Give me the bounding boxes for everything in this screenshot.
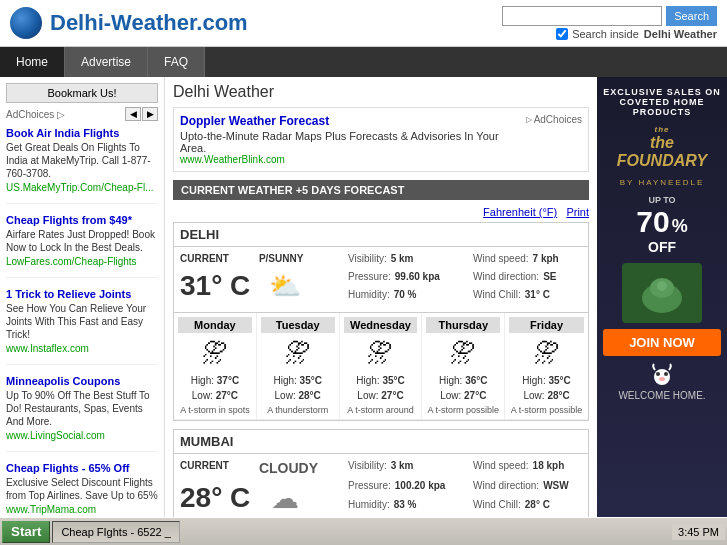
search-inside-row: Search inside Delhi Weather bbox=[556, 28, 717, 40]
delhi-forecast-temps-4: High: 35°CLow: 28°C bbox=[509, 373, 584, 403]
search-input[interactable] bbox=[502, 6, 662, 26]
delhi-section: DELHI CURRENT P/SUNNY 31° C bbox=[173, 222, 589, 421]
thunder-icon bbox=[534, 338, 560, 369]
sidebar-ad-2-text: See How You Can Relieve Your Joints With… bbox=[6, 302, 158, 341]
delhi-wind-chill: Wind Chill: 31° C bbox=[473, 289, 582, 306]
mumbai-condition-label: CLOUDY bbox=[259, 460, 318, 476]
nav-item-advertise[interactable]: Advertise bbox=[65, 47, 148, 77]
mumbai-pressure: Pressure: 100.20 kpa bbox=[348, 480, 457, 499]
ad-off-text: OFF bbox=[603, 239, 721, 255]
sidebar-ad-4-link[interactable]: www.TripMama.com bbox=[6, 504, 158, 515]
delhi-current-weather: CURRENT P/SUNNY 31° C Visibility: 5 km bbox=[174, 247, 588, 313]
taskbar: Start Cheap FIghts - 6522 _ 3:45 PM bbox=[0, 517, 727, 545]
mumbai-current-left: CURRENT CLOUDY 28° C bbox=[180, 460, 340, 518]
sidebar-ad-3-link[interactable]: www.LivingSocial.com bbox=[6, 430, 158, 441]
right-ad[interactable]: EXCLUSIVE SALES ON COVETED HOME PRODUCTS… bbox=[597, 77, 727, 545]
ad-choices-right: ▷ AdChoices bbox=[526, 114, 582, 125]
delhi-day-name-1: Tuesday bbox=[261, 317, 335, 333]
sidebar-ad-1: Cheap Flights from $49* Airfare Rates Ju… bbox=[6, 214, 158, 278]
nav-item-home[interactable]: Home bbox=[0, 47, 65, 77]
sidebar-ad-2-title[interactable]: 1 Trick to Relieve Joints bbox=[6, 288, 158, 300]
sidebar-ad-0-title[interactable]: Book Air India Flights bbox=[6, 127, 158, 139]
delhi-day-name-2: Wednesday bbox=[344, 317, 418, 333]
mumbai-current-details: Visibility: 3 km Wind speed: 18 kph Pres… bbox=[348, 460, 582, 518]
delhi-forecast-temps-1: High: 35°CLow: 28°C bbox=[261, 373, 335, 403]
sidebar-ad-0-text: Get Great Deals On Flights To India at M… bbox=[6, 141, 158, 180]
ad-discount-row: 70 % bbox=[603, 205, 721, 239]
delhi-forecast-icon-4 bbox=[509, 336, 584, 371]
mumbai-temp-row: 28° C bbox=[180, 478, 340, 518]
main-layout: Bookmark Us! AdChoices ▷ ◀ ▶ Book Air In… bbox=[0, 77, 727, 545]
sidebar-ad-1-text: Airfare Rates Just Dropped! Book Now to … bbox=[6, 228, 158, 254]
sidebar-ad-1-title[interactable]: Cheap Flights from $49* bbox=[6, 214, 158, 226]
search-area: Search Search inside Delhi Weather bbox=[502, 6, 717, 40]
ad-next-button[interactable]: ▶ bbox=[142, 107, 158, 121]
ad-triangle-icon: ▷ bbox=[526, 115, 532, 124]
delhi-forecast-desc-0: A t-storm in spots bbox=[178, 405, 252, 415]
ad-product-image bbox=[622, 263, 702, 323]
delhi-day-name-4: Friday bbox=[509, 317, 584, 333]
ad-choices-text[interactable]: AdChoices bbox=[534, 114, 582, 125]
sidebar-ad-2: 1 Trick to Relieve Joints See How You Ca… bbox=[6, 288, 158, 365]
svg-point-6 bbox=[659, 377, 665, 381]
fahrenheit-link[interactable]: Fahrenheit (°F) bbox=[483, 206, 557, 218]
sidebar-ad-0: Book Air India Flights Get Great Deals O… bbox=[6, 127, 158, 204]
mumbai-humidity: Humidity: 83 % bbox=[348, 499, 457, 518]
bookmark-button[interactable]: Bookmark Us! bbox=[6, 83, 158, 103]
thunder-icon bbox=[367, 338, 393, 369]
doppler-link[interactable]: Doppler Weather Forecast bbox=[180, 114, 329, 128]
ad-discount-number: 70 bbox=[636, 205, 669, 239]
thunder-icon bbox=[450, 338, 476, 369]
ad-exclusive-text: EXCLUSIVE SALES ON COVETED HOME PRODUCTS bbox=[603, 87, 721, 117]
logo-area: Delhi-Weather.com bbox=[10, 7, 248, 39]
mumbai-current-label-row: CURRENT CLOUDY bbox=[180, 460, 340, 476]
right-ad-inner: EXCLUSIVE SALES ON COVETED HOME PRODUCTS… bbox=[597, 77, 727, 545]
delhi-wind-dir: Wind direction: SE bbox=[473, 271, 582, 288]
sidebar-ad-1-link[interactable]: LowFares.com/Cheap-Flights bbox=[6, 256, 158, 267]
ad-percent: % bbox=[672, 216, 688, 237]
cloudy-icon bbox=[271, 482, 299, 515]
mumbai-current-label: CURRENT bbox=[180, 460, 229, 476]
doppler-ad: Doppler Weather Forecast Upto-the-Minute… bbox=[173, 107, 589, 172]
taskbar-item-0[interactable]: Cheap FIghts - 6522 _ bbox=[52, 521, 179, 543]
sidebar-ad-3-title[interactable]: Minneapolis Coupons bbox=[6, 375, 158, 387]
delhi-forecast-day-1: Tuesday High: 35°CLow: 28°C A thundersto… bbox=[257, 313, 340, 419]
globe-icon bbox=[10, 7, 42, 39]
delhi-forecast-desc-1: A thunderstorm bbox=[261, 405, 335, 415]
delhi-visibility: Visibility: 5 km bbox=[348, 253, 457, 270]
search-inside-label: Search inside Delhi Weather bbox=[572, 28, 717, 40]
content: Delhi Weather Doppler Weather Forecast U… bbox=[165, 77, 597, 545]
print-link[interactable]: Print bbox=[566, 206, 589, 218]
join-now-button[interactable]: JOIN NOW bbox=[603, 329, 721, 356]
mumbai-visibility: Visibility: 3 km bbox=[348, 460, 457, 479]
mumbai-wind-dir: Wind direction: WSW bbox=[473, 480, 582, 499]
mumbai-current-icon bbox=[260, 478, 310, 518]
welcome-text: WELCOME HOME. bbox=[603, 390, 721, 401]
start-button[interactable]: Start bbox=[2, 521, 50, 543]
delhi-forecast-day-2: Wednesday High: 35°CLow: 27°C A t-storm … bbox=[340, 313, 423, 419]
nav-item-faq[interactable]: FAQ bbox=[148, 47, 205, 77]
thunder-icon bbox=[202, 338, 228, 369]
delhi-day-name-0: Monday bbox=[178, 317, 252, 333]
header: Delhi-Weather.com Search Search inside D… bbox=[0, 0, 727, 47]
partly-sunny-icon bbox=[269, 271, 301, 302]
taskbar-clock: 3:45 PM bbox=[672, 524, 725, 540]
unit-row: Fahrenheit (°F) Print bbox=[173, 206, 589, 218]
ad-prev-button[interactable]: ◀ bbox=[125, 107, 141, 121]
nav: Home Advertise FAQ bbox=[0, 47, 727, 77]
search-box-row: Search bbox=[502, 6, 717, 26]
sidebar-ad-4-title[interactable]: Cheap Flights - 65% Off bbox=[6, 462, 158, 474]
site-title[interactable]: Delhi-Weather.com bbox=[50, 10, 248, 36]
sidebar-ad-3: Minneapolis Coupons Up To 90% Off The Be… bbox=[6, 375, 158, 452]
sidebar-ad-0-link[interactable]: US.MakeMyTrip.Com/Cheap-Fl... bbox=[6, 182, 158, 193]
mumbai-city-name: MUMBAI bbox=[174, 430, 588, 454]
search-inside-checkbox[interactable] bbox=[556, 28, 568, 40]
delhi-current-label: CURRENT bbox=[180, 253, 229, 264]
doppler-ad-link[interactable]: www.WeatherBlink.com bbox=[180, 154, 526, 165]
delhi-forecast-row: Monday High: 37°CLow: 27°C A t-storm in … bbox=[174, 313, 588, 420]
delhi-temp-row: 31° C bbox=[180, 266, 340, 306]
delhi-humidity: Humidity: 70 % bbox=[348, 289, 457, 306]
search-button[interactable]: Search bbox=[666, 6, 717, 26]
dog-svg bbox=[647, 362, 677, 387]
sidebar-ad-2-link[interactable]: www.Instaflex.com bbox=[6, 343, 158, 354]
